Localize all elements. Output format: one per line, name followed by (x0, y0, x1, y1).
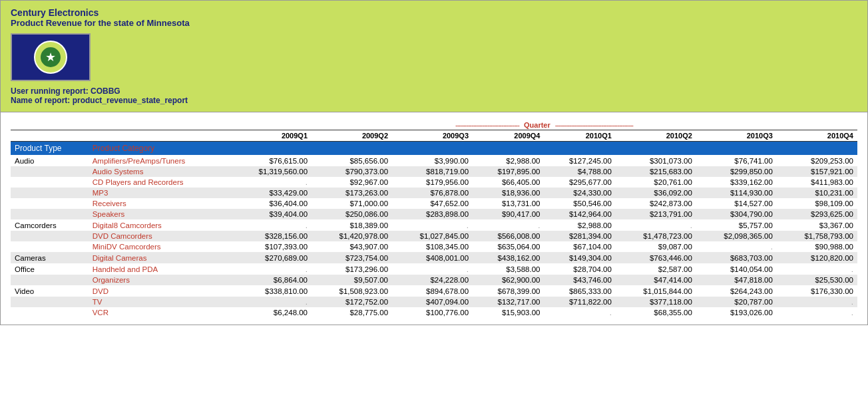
blue-header-category: Product Category (89, 142, 231, 156)
cell-q5: $295,677.00 (544, 177, 615, 188)
report-name: Name of report: product_revenue_state_re… (11, 96, 857, 105)
cell-q7: $5,757.00 (696, 219, 777, 231)
cell-product-type (11, 231, 89, 241)
cell-q3: $76,878.00 (392, 188, 473, 198)
report-title: Product Revenue for the state of Minneso… (11, 18, 857, 28)
cell-q4: $15,903.00 (473, 307, 544, 318)
cell-product-category: MP3 (89, 188, 231, 198)
table-row: CamerasDigital Cameras$270,689.00$723,75… (11, 252, 857, 263)
cell-q6: $1,015,844.00 (616, 285, 696, 297)
cell-q7: $114,930.00 (696, 188, 777, 198)
cell-q6: $68,355.00 (616, 307, 696, 318)
cell-q2: $790,373.00 (312, 166, 392, 177)
table-row: TV.$172,752.00$407,094.00$132,717.00$711… (11, 297, 857, 307)
cell-product-category: Receivers (89, 198, 231, 209)
cell-q1: $6,864.00 (231, 275, 312, 285)
cell-q2: $173,296.00 (312, 263, 392, 275)
cell-q1: . (231, 263, 312, 275)
col-header-2009q2: 2009Q2 (312, 130, 392, 142)
cell-q4: $2,988.00 (473, 155, 544, 166)
cell-q4: $438,162.00 (473, 252, 544, 263)
cell-q3: $407,094.00 (392, 297, 473, 307)
cell-product-category: DVD Camcorders (89, 231, 231, 241)
cell-q8: $176,330.00 (777, 285, 857, 297)
table-row: CamcordersDigital8 Camcorders.$18,389.00… (11, 219, 857, 231)
cell-product-type (11, 275, 89, 285)
cell-q2: $172,752.00 (312, 297, 392, 307)
cell-product-category: CD Players and Recorders (89, 177, 231, 188)
cell-q3: $894,678.00 (392, 285, 473, 297)
column-headers-row: 2009Q1 2009Q2 2009Q3 2009Q4 2010Q1 2010Q… (11, 130, 857, 142)
cell-q3: $24,228.00 (392, 275, 473, 285)
cell-q6: $213,791.00 (616, 209, 696, 219)
table-row: Receivers$36,404.00$71,000.00$47,652.00$… (11, 198, 857, 209)
table-row: Organizers$6,864.00$9,507.00$24,228.00$6… (11, 275, 857, 285)
cell-q8: . (777, 297, 857, 307)
user-info: User running report: COBBG Name of repor… (11, 86, 857, 105)
cell-q8: . (777, 263, 857, 275)
cell-q6: $47,414.00 (616, 275, 696, 285)
cell-q7: . (696, 241, 777, 252)
cell-product-type: Audio (11, 155, 89, 166)
table-row: AudioAmplifiers/PreAmps/Tuners$76,615.00… (11, 155, 857, 166)
cell-product-category: TV (89, 297, 231, 307)
cell-q3: $283,898.00 (392, 209, 473, 219)
quarter-label: Quarter (524, 121, 550, 129)
cell-q3: . (392, 219, 473, 231)
cell-q8: $98,109.00 (777, 198, 857, 209)
cell-product-type (11, 188, 89, 198)
cell-q6: $9,087.00 (616, 241, 696, 252)
cell-product-type: Office (11, 263, 89, 275)
col-header-2009q3: 2009Q3 (392, 130, 473, 142)
cell-q7: $14,527.00 (696, 198, 777, 209)
cell-q5: $43,746.00 (544, 275, 615, 285)
cell-q8: $120,820.00 (777, 252, 857, 263)
cell-q4: $132,717.00 (473, 297, 544, 307)
cell-product-type (11, 241, 89, 252)
cell-q4: $3,588.00 (473, 263, 544, 275)
cell-product-category: Amplifiers/PreAmps/Tuners (89, 155, 231, 166)
cell-q5: $50,546.00 (544, 198, 615, 209)
cell-q4: $635,064.00 (473, 241, 544, 252)
cell-q5: $67,104.00 (544, 241, 615, 252)
table-row: Audio Systems$1,319,560.00$790,373.00$81… (11, 166, 857, 177)
cell-q4: $197,895.00 (473, 166, 544, 177)
cell-q1: $76,615.00 (231, 155, 312, 166)
cell-q4: $62,900.00 (473, 275, 544, 285)
col-header-2009q1: 2009Q1 (231, 130, 312, 142)
cell-q5: $28,704.00 (544, 263, 615, 275)
cell-q2: $71,000.00 (312, 198, 392, 209)
cell-q1: $33,429.00 (231, 188, 312, 198)
cell-q4: $18,936.00 (473, 188, 544, 198)
cell-q7: $193,026.00 (696, 307, 777, 318)
cell-product-category: Audio Systems (89, 166, 231, 177)
cell-q3: $100,776.00 (392, 307, 473, 318)
cell-q6: . (616, 219, 696, 231)
cell-q5: $4,788.00 (544, 166, 615, 177)
cell-q3: $179,956.00 (392, 177, 473, 188)
cell-q3: $108,345.00 (392, 241, 473, 252)
cell-q5: $281,394.00 (544, 231, 615, 241)
cell-q1: $270,689.00 (231, 252, 312, 263)
cell-q6: $763,446.00 (616, 252, 696, 263)
cell-q1: . (231, 219, 312, 231)
user-running: User running report: COBBG (11, 86, 857, 96)
cell-product-category: DVD (89, 285, 231, 297)
cell-product-type (11, 198, 89, 209)
cell-product-category: Digital8 Camcorders (89, 219, 231, 231)
flag-star: ★ (45, 50, 56, 65)
cell-q7: $76,741.00 (696, 155, 777, 166)
company-title: Century Electronics (11, 7, 857, 18)
cell-q7: $683,703.00 (696, 252, 777, 263)
cell-q1: . (231, 177, 312, 188)
cell-q7: $140,054.00 (696, 263, 777, 275)
cell-q8: $411,983.00 (777, 177, 857, 188)
cell-q5: $2,988.00 (544, 219, 615, 231)
cell-q2: $1,508,923.00 (312, 285, 392, 297)
cell-product-category: Speakers (89, 209, 231, 219)
table-row: OfficeHandheld and PDA.$173,296.00.$3,58… (11, 263, 857, 275)
blue-header-type: Product Type (11, 142, 89, 156)
header-section: Century Electronics Product Revenue for … (0, 0, 868, 112)
cell-q2: $43,907.00 (312, 241, 392, 252)
cell-q3: $408,001.00 (392, 252, 473, 263)
